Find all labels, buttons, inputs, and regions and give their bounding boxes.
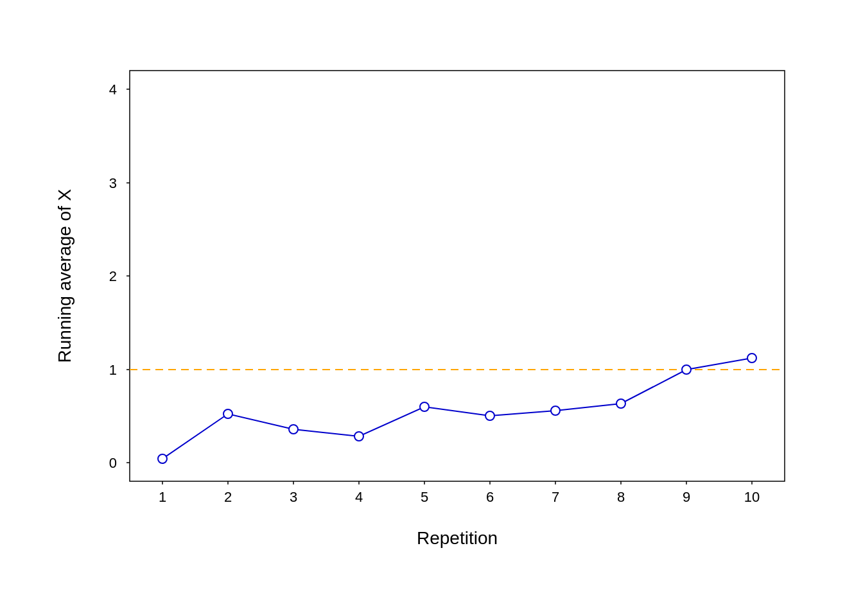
x-label-7: 7 <box>552 489 559 505</box>
x-label-2: 2 <box>224 489 232 505</box>
x-label-8: 8 <box>617 489 625 505</box>
y-label-0: 0 <box>109 455 117 471</box>
chart-container: 0 1 2 3 4 1 2 3 4 5 6 7 8 9 <box>46 45 817 571</box>
x-label-1: 1 <box>159 489 166 505</box>
y-label-1: 1 <box>109 362 117 378</box>
data-point-8 <box>616 399 625 408</box>
data-point-1 <box>158 454 167 463</box>
data-point-3 <box>289 425 298 434</box>
x-label-6: 6 <box>486 489 494 505</box>
x-label-9: 9 <box>683 489 690 505</box>
data-point-10 <box>747 354 756 363</box>
x-label-4: 4 <box>355 489 363 505</box>
y-label-2: 2 <box>109 268 117 284</box>
x-axis-label: Repetition <box>417 528 498 548</box>
data-point-9 <box>682 365 691 374</box>
chart-frame <box>130 71 785 481</box>
y-label-3: 3 <box>109 175 117 191</box>
x-label-5: 5 <box>421 489 428 505</box>
data-point-4 <box>354 432 363 441</box>
data-point-7 <box>551 406 560 415</box>
data-point-2 <box>223 409 232 418</box>
data-point-5 <box>420 402 429 411</box>
x-label-10: 10 <box>744 489 760 505</box>
x-label-3: 3 <box>290 489 297 505</box>
y-axis-label: Running average of X <box>55 189 74 363</box>
y-label-4: 4 <box>109 81 117 98</box>
data-point-6 <box>485 411 494 420</box>
